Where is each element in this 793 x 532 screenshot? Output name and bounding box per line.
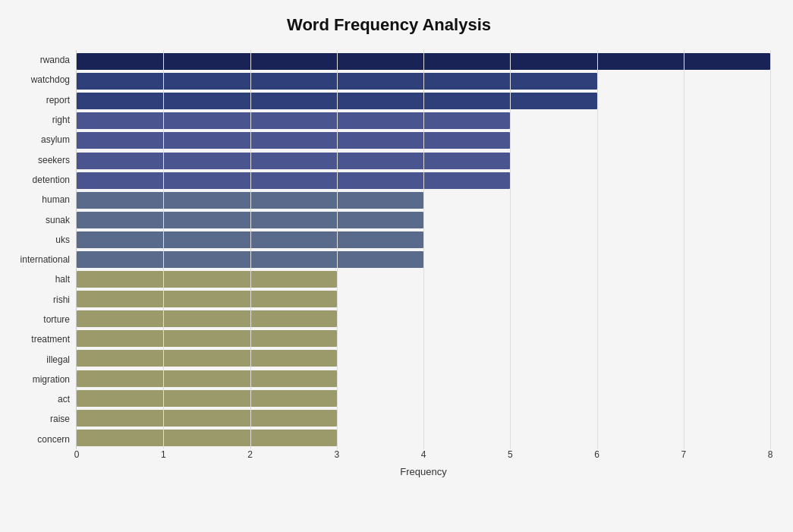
bar	[77, 410, 337, 427]
x-axis-label: Frequency	[77, 466, 770, 477]
chart-title: Word Frequency Analysis	[8, 15, 770, 35]
bar	[77, 390, 337, 407]
y-axis: rwandawatchdogreportrightasylumseekersde…	[8, 50, 76, 449]
x-tick-label: 1	[161, 449, 166, 460]
bar-row	[77, 250, 770, 269]
bar-row	[77, 210, 770, 230]
x-tick-label: 4	[421, 449, 426, 460]
bar	[77, 172, 510, 189]
bar	[77, 271, 337, 288]
bar-row	[77, 329, 770, 348]
bar-row	[77, 190, 770, 210]
bar	[77, 112, 510, 129]
y-axis-label: treatment	[31, 335, 70, 344]
bar	[77, 330, 337, 347]
y-axis-label: illegal	[46, 355, 70, 364]
bar	[77, 73, 597, 90]
x-tick-label: 7	[681, 449, 686, 460]
y-axis-label: watchdog	[31, 75, 70, 84]
y-axis-label: rishi	[53, 295, 70, 304]
y-axis-label: international	[20, 255, 70, 264]
bar-row	[77, 131, 770, 150]
bar-row	[77, 230, 770, 250]
y-axis-label: torture	[43, 315, 70, 324]
x-tick-label: 3	[334, 449, 339, 460]
y-axis-label: detention	[33, 175, 70, 184]
bar-row	[77, 171, 770, 190]
bar-row	[77, 52, 770, 71]
bar	[77, 53, 770, 70]
bar-row	[77, 369, 770, 389]
bar	[77, 231, 423, 248]
bar-row	[77, 71, 770, 91]
y-axis-label: report	[46, 96, 70, 105]
plot-area: 012345678 Frequency	[76, 50, 770, 449]
bar-row	[77, 408, 770, 428]
y-axis-label: raise	[50, 414, 70, 423]
x-tick-label: 2	[247, 449, 253, 460]
x-tick-label: 0	[74, 449, 80, 460]
bar	[77, 192, 423, 209]
bar	[77, 430, 337, 446]
chart-container: Word Frequency Analysis rwandawatchdogre…	[0, 0, 793, 532]
bar-row	[77, 428, 770, 448]
bar-row	[77, 289, 770, 309]
y-axis-label: right	[52, 115, 70, 124]
bar-row	[77, 348, 770, 368]
bar	[77, 93, 597, 109]
y-axis-label: sunak	[46, 216, 70, 225]
bar-row	[77, 111, 770, 131]
x-tick-label: 8	[768, 449, 773, 460]
y-axis-label: concern	[37, 435, 70, 444]
y-axis-label: rwanda	[40, 55, 70, 65]
bar	[77, 251, 423, 268]
y-axis-label: human	[42, 195, 70, 204]
bar	[77, 310, 337, 327]
bar-row	[77, 309, 770, 329]
bar-row	[77, 269, 770, 289]
bar	[77, 291, 337, 307]
y-axis-label: uks	[55, 235, 70, 244]
bar	[77, 350, 337, 367]
y-axis-label: seekers	[38, 156, 70, 165]
bar-row	[77, 150, 770, 170]
bar	[77, 370, 337, 387]
bar-row	[77, 389, 770, 408]
bar	[77, 212, 423, 228]
bar	[77, 153, 510, 169]
y-axis-label: act	[58, 395, 70, 404]
bars-container	[77, 50, 770, 449]
x-tick-label: 6	[594, 449, 599, 460]
bar	[77, 132, 510, 149]
y-axis-label: halt	[55, 275, 70, 284]
grid-line	[770, 50, 771, 449]
x-tick-label: 5	[508, 449, 513, 460]
y-axis-label: asylum	[41, 135, 70, 144]
bar-row	[77, 91, 770, 111]
y-axis-label: migration	[33, 375, 70, 384]
